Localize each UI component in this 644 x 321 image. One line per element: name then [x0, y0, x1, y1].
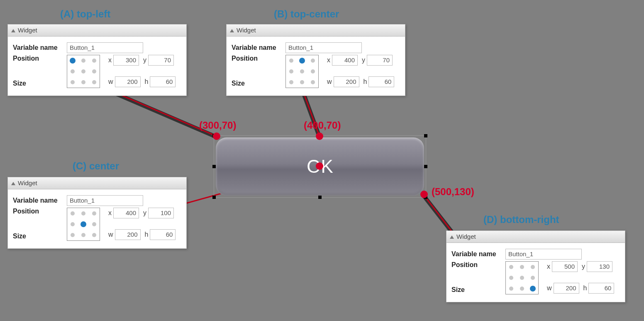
collapse-triangle-icon[interactable]	[11, 29, 15, 32]
x-field[interactable]: 500	[552, 261, 578, 272]
anchor-dot-7[interactable]	[81, 233, 85, 237]
h-field[interactable]: 60	[150, 76, 176, 87]
anchor-dot-1[interactable]	[299, 58, 305, 64]
w-label: w	[547, 284, 552, 292]
resize-handle[interactable]	[212, 196, 216, 199]
position-label: Position	[13, 55, 67, 62]
resize-handle[interactable]	[318, 196, 322, 199]
anchor-dot-4[interactable]	[81, 69, 85, 74]
w-field[interactable]: 200	[115, 229, 141, 240]
variable-name-field[interactable]: Button_1	[505, 249, 582, 260]
w-field[interactable]: 200	[554, 283, 579, 294]
panel-title: Widget	[456, 233, 476, 240]
x-field[interactable]: 400	[332, 55, 358, 66]
anchor-dot-2[interactable]	[531, 265, 535, 269]
anchor-dot-0[interactable]	[71, 211, 75, 216]
anchor-dot-5[interactable]	[92, 222, 96, 226]
h-label: h	[583, 284, 587, 292]
anchor-dot-1[interactable]	[81, 211, 85, 216]
panel-header[interactable]: Widget	[8, 25, 186, 37]
size-label: Size	[451, 286, 505, 294]
anchor-dot-4[interactable]	[300, 69, 304, 74]
position-label: Position	[451, 261, 505, 269]
anchor-dot-8[interactable]	[311, 80, 315, 84]
variable-name-label: Variable name	[13, 197, 67, 204]
y-label: y	[582, 263, 585, 270]
size-label: Size	[13, 233, 67, 240]
anchor-dot-7[interactable]	[81, 80, 85, 84]
h-label: h	[145, 78, 149, 86]
y-label: y	[143, 56, 146, 64]
x-field[interactable]: 300	[113, 55, 139, 66]
anchor-dot-6[interactable]	[71, 80, 75, 84]
h-field[interactable]: 60	[588, 283, 614, 294]
collapse-triangle-icon[interactable]	[450, 235, 454, 239]
anchor-dot-2[interactable]	[311, 59, 315, 63]
variable-name-field[interactable]: Button_1	[67, 195, 143, 206]
anchor-dot-5[interactable]	[311, 69, 315, 74]
variable-name-label: Variable name	[13, 44, 67, 51]
variable-name-field[interactable]: Button_1	[285, 42, 362, 53]
y-field[interactable]: 130	[587, 261, 612, 272]
anchor-point-center	[316, 162, 323, 170]
anchor-dot-3[interactable]	[71, 69, 75, 74]
caption-b: (B) top-center	[274, 8, 339, 20]
anchor-grid[interactable]	[285, 55, 319, 88]
anchor-dot-6[interactable]	[509, 287, 513, 291]
anchor-dot-4[interactable]	[520, 276, 524, 280]
resize-handle[interactable]	[212, 165, 216, 168]
anchor-dot-2[interactable]	[92, 211, 96, 216]
variable-name-field[interactable]: Button_1	[67, 42, 143, 53]
w-label: w	[108, 78, 113, 86]
h-field[interactable]: 60	[150, 229, 176, 240]
anchor-dot-8[interactable]	[92, 80, 96, 84]
caption-a: (A) top-left	[60, 8, 110, 20]
resize-handle[interactable]	[424, 134, 427, 137]
anchor-dot-3[interactable]	[289, 69, 293, 74]
anchor-dot-3[interactable]	[509, 276, 513, 280]
collapse-triangle-icon[interactable]	[230, 29, 234, 32]
anchor-dot-1[interactable]	[520, 265, 524, 269]
anchor-grid[interactable]	[505, 261, 539, 294]
panel-header[interactable]: Widget	[227, 25, 405, 37]
w-field[interactable]: 200	[115, 76, 141, 87]
x-label: x	[327, 56, 330, 64]
panel-title: Widget	[237, 27, 256, 34]
anchor-dot-0[interactable]	[509, 265, 513, 269]
variable-name-label: Variable name	[451, 250, 505, 258]
w-field[interactable]: 200	[334, 76, 359, 87]
anchor-dot-5[interactable]	[92, 69, 96, 74]
panel-header[interactable]: Widget	[446, 231, 625, 243]
anchor-dot-6[interactable]	[289, 80, 293, 84]
anchor-dot-1[interactable]	[81, 59, 85, 63]
panel-header[interactable]: Widget	[8, 177, 186, 189]
coord-top-center: (400,70)	[304, 120, 341, 131]
position-label: Position	[232, 55, 285, 62]
anchor-dot-4[interactable]	[80, 221, 86, 227]
anchor-dot-8[interactable]	[530, 286, 536, 292]
y-field[interactable]: 70	[148, 55, 174, 66]
anchor-dot-2[interactable]	[92, 59, 96, 63]
anchor-dot-3[interactable]	[71, 222, 75, 226]
anchor-dot-5[interactable]	[531, 276, 535, 280]
x-label: x	[108, 209, 112, 217]
anchor-dot-7[interactable]	[520, 287, 524, 291]
y-label: y	[362, 56, 365, 64]
y-field[interactable]: 70	[367, 55, 393, 66]
coord-top-left: (300,70)	[199, 120, 236, 131]
anchor-dot-0[interactable]	[70, 58, 76, 64]
anchor-dot-0[interactable]	[289, 59, 293, 63]
widget-panel-b: Widget Variable name Button_1 Position S…	[226, 24, 405, 96]
collapse-triangle-icon[interactable]	[11, 182, 15, 185]
anchor-dot-8[interactable]	[92, 233, 96, 237]
anchor-grid[interactable]	[67, 55, 100, 88]
y-field[interactable]: 100	[148, 208, 174, 218]
x-field[interactable]: 400	[113, 208, 139, 218]
anchor-dot-6[interactable]	[71, 233, 75, 237]
size-label: Size	[232, 80, 285, 87]
anchor-dot-7[interactable]	[300, 80, 304, 84]
widget-panel-c: Widget Variable name Button_1 Position S…	[7, 177, 187, 249]
anchor-grid[interactable]	[67, 208, 100, 241]
h-field[interactable]: 60	[368, 76, 394, 87]
resize-handle[interactable]	[424, 165, 427, 168]
